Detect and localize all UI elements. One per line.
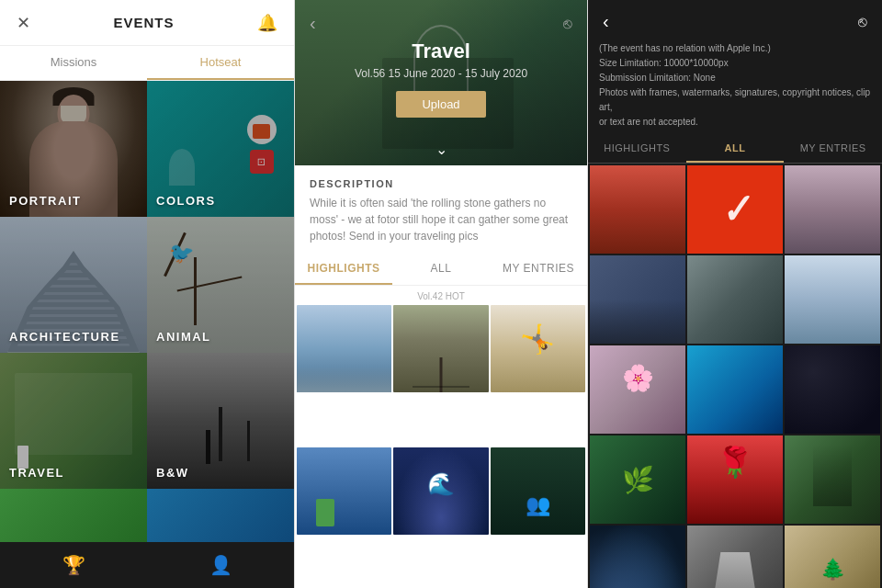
portrait-label: PORTRAIT	[9, 194, 81, 208]
animal-overlay: ANIMAL	[147, 217, 294, 353]
info-line-1: (The event has no relation with Apple In…	[599, 41, 871, 56]
colors-label: COLORS	[156, 194, 216, 208]
bottom-bar: 🏆 👤	[0, 542, 294, 588]
cell-extra1[interactable]	[0, 489, 147, 542]
entries-tab-highlights[interactable]: HIGHLIGHTS	[588, 135, 686, 163]
cell-portrait[interactable]: PORTRAIT	[0, 81, 147, 217]
profile-button[interactable]: 👤	[206, 550, 236, 580]
entry-photo-13[interactable]	[590, 526, 685, 588]
entry-photo-9[interactable]	[785, 345, 880, 434]
travel-title: Travel	[412, 40, 470, 63]
panel-events: ✕ EVENTS 🔔 Missions Hotseat PORTRAIT	[0, 0, 294, 588]
entry-photo-3[interactable]	[785, 165, 880, 254]
bw-label: B&W	[156, 466, 189, 480]
travel-photo-6[interactable]: 👥	[491, 447, 585, 535]
description-heading: DESCRIPTION	[310, 178, 572, 189]
description-text: While it is often said 'the rolling ston…	[310, 195, 572, 244]
travel-photo-2[interactable]	[393, 305, 488, 392]
travel-photo-4[interactable]	[297, 447, 391, 535]
entries-header: ‹ ⎋ (The event has no relation with Appl…	[588, 0, 882, 135]
hot-label: Vol.42 HOT	[295, 286, 587, 305]
travel-photo-3[interactable]: 🤸	[491, 305, 585, 392]
entries-tabs: HIGHLIGHTS ALL MY ENTRIES	[588, 135, 882, 164]
entry-photo-7[interactable]: 🌸	[590, 345, 685, 434]
tab-missions[interactable]: Missions	[0, 46, 147, 80]
travel-subtitle: Vol.56 15 June 2020 - 15 July 2020	[355, 67, 527, 80]
info-line-4: Photos with frames, watermarks, signatur…	[599, 85, 871, 115]
cell-animal[interactable]: 🐦 ANIMAL	[147, 217, 294, 353]
entry-photo-5[interactable]	[687, 255, 783, 344]
notification-icon[interactable]: 🔔	[254, 9, 281, 37]
travel-description: DESCRIPTION While it is often said 'the …	[295, 165, 587, 254]
entries-tab-my-entries[interactable]: MY ENTRIES	[784, 135, 882, 163]
entries-info: (The event has no relation with Apple In…	[599, 41, 871, 130]
portrait-overlay: PORTRAIT	[0, 81, 147, 217]
info-line-3: Submission Limitation: None	[599, 71, 871, 85]
entries-grid: ✓ 🌸 🌿 🌹	[588, 164, 882, 588]
chevron-down-icon: ⌄	[435, 141, 447, 158]
entry-photo-1[interactable]	[590, 165, 685, 254]
animal-label: ANIMAL	[156, 330, 211, 344]
upload-button[interactable]: Upload	[396, 91, 485, 118]
nike-overlay: ✓	[687, 165, 783, 254]
info-line-5: or text are not accepted.	[599, 115, 871, 130]
entry-photo-4[interactable]	[590, 255, 685, 344]
cell-extra2[interactable]	[147, 489, 294, 542]
panel-travel: ‹ ⎋ Travel Vol.56 15 June 2020 - 15 July…	[294, 0, 588, 588]
entry-photo-14[interactable]	[687, 526, 783, 588]
entry-photo-10[interactable]: 🌿	[590, 435, 685, 524]
travel-photo-5[interactable]: 🌊	[393, 447, 488, 535]
travel-hero: ‹ ⎋ Travel Vol.56 15 June 2020 - 15 July…	[295, 0, 587, 165]
tab-highlights[interactable]: HIGHLIGHTS	[295, 254, 392, 285]
entries-tab-all[interactable]: ALL	[686, 135, 785, 163]
trophy-button[interactable]: 🏆	[59, 550, 89, 580]
cell-bw[interactable]: B&W	[147, 353, 294, 489]
tab-hotseat[interactable]: Hotseat	[147, 46, 294, 80]
entry-photo-8[interactable]	[687, 345, 783, 434]
entries-nav: ‹ ⎋	[599, 7, 871, 36]
events-title: EVENTS	[34, 15, 254, 30]
nike-swoosh: ✓	[716, 186, 753, 232]
architecture-overlay: ARCHITECTURE	[0, 217, 147, 353]
events-tabs: Missions Hotseat	[0, 46, 294, 81]
entry-photo-2[interactable]: ✓	[687, 165, 783, 254]
travel-tabs: HIGHLIGHTS ALL MY ENTRIES	[295, 254, 587, 286]
bw-overlay: B&W	[147, 353, 294, 489]
travel-photo-1[interactable]	[297, 305, 391, 392]
travel-overlay: TRAVEL	[0, 353, 147, 489]
events-header: ✕ EVENTS 🔔	[0, 0, 294, 46]
events-grid: PORTRAIT ⚀ COLORS	[0, 81, 294, 542]
entries-back-button[interactable]: ‹	[599, 7, 613, 36]
entry-photo-6[interactable]	[785, 255, 880, 344]
entry-photo-11[interactable]: 🌹	[687, 435, 783, 524]
trophy-icon: 🏆	[62, 554, 85, 576]
entries-share-button[interactable]: ⎋	[854, 10, 871, 34]
profile-icon: 👤	[209, 554, 232, 576]
tab-my-entries[interactable]: MY ENTRIES	[490, 254, 587, 285]
entry-photo-12[interactable]	[785, 435, 880, 524]
close-button[interactable]: ✕	[13, 9, 34, 37]
panel-entries: ‹ ⎋ (The event has no relation with Appl…	[588, 0, 882, 588]
travel-photos-grid: 🤸 🌊 👥	[295, 305, 587, 588]
colors-overlay: COLORS	[147, 81, 294, 217]
travel-label: TRAVEL	[9, 466, 64, 480]
cell-architecture[interactable]: ARCHITECTURE	[0, 217, 147, 353]
info-line-2: Size Limitation: 10000*10000px	[599, 56, 871, 71]
architecture-label: ARCHITECTURE	[9, 330, 120, 344]
cell-colors[interactable]: ⚀ COLORS	[147, 81, 294, 217]
cell-travel[interactable]: TRAVEL	[0, 353, 147, 489]
tab-all[interactable]: ALL	[392, 254, 490, 285]
entry-photo-15[interactable]: 🌲	[785, 526, 880, 588]
